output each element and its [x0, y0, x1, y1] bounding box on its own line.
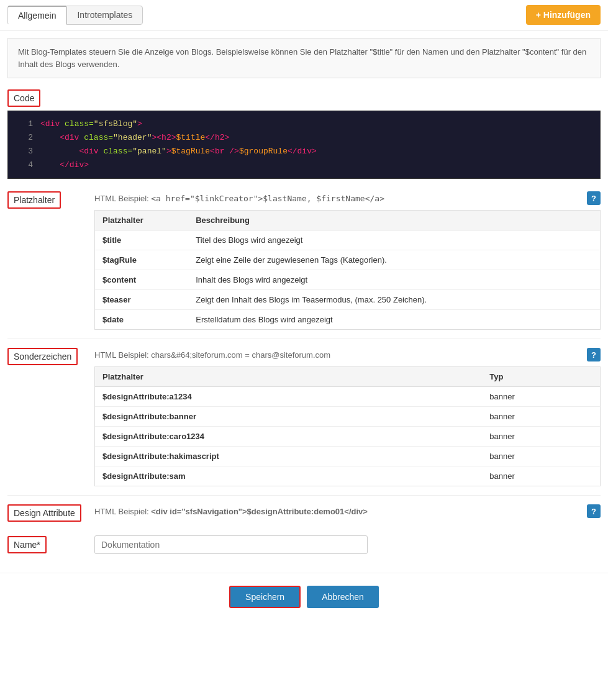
description-cell: Inhalt des Blogs wird angezeigt [188, 270, 600, 290]
description-cell: Zeigt eine Zeile der zugewiesenen Tags (… [188, 250, 600, 270]
divider-2 [7, 495, 601, 496]
type-cell: banner [482, 407, 600, 427]
save-button[interactable]: Speichern [229, 586, 301, 608]
beschreibung-col-header: Beschreibung [188, 211, 600, 230]
placeholder-cell: $content [95, 270, 188, 290]
line-content-1: <div class="sfsBlog"> [40, 117, 142, 131]
description-cell: Erstelldatum des Blogs wird angezeigt [188, 310, 600, 330]
placeholder-cell: $designAttribute:caro1234 [95, 427, 482, 447]
footer-buttons: Speichern Abbrechen [0, 573, 608, 620]
description-cell: Zeigt den Inhalt des Blogs im Teasermodu… [188, 290, 600, 310]
name-field-row: Name* [0, 529, 608, 560]
sonderzeichen-label: Sonderzeichen [7, 348, 78, 365]
placeholder-cell: $teaser [95, 290, 188, 310]
design-attribute-label-wrap: Design Attribute [7, 504, 94, 522]
sonderzeichen-section: Sonderzeichen HTML Beispiel: chars&#64;s… [0, 342, 608, 493]
info-box: Mit Blog-Templates steuern Sie die Anzei… [7, 38, 601, 78]
placeholder-cell: $designAttribute:a1234 [95, 387, 482, 407]
design-attribute-content: HTML Beispiel: <div id="sfsNavigation">$… [94, 504, 601, 523]
name-label: Name* [7, 536, 47, 553]
platzhalter-content: HTML Beispiel: <a href="$linkCreator">$l… [94, 191, 601, 330]
divider-1 [7, 339, 601, 339]
line-content-3: <div class="panel">$tagRule<br />$groupR… [40, 145, 317, 158]
platzhalter-table: Platzhalter Beschreibung $titleTitel des… [95, 211, 600, 329]
add-button[interactable]: Hinzufügen [526, 5, 601, 25]
platzhalter-table-header: Platzhalter Beschreibung [95, 211, 600, 230]
line-num-3: 3 [14, 145, 33, 158]
description-cell: Titel des Blogs wird angezeigt [188, 230, 600, 250]
tab-allgemein[interactable]: Allgemein [7, 6, 66, 25]
sonderzeichen-table-header: Platzhalter Typ [95, 367, 600, 387]
sonderzeichen-content: HTML Beispiel: chars&#64;siteforum.com =… [94, 348, 601, 486]
name-label-wrap: Name* [7, 536, 94, 553]
tab-introtemplates[interactable]: Introtemplates [66, 6, 143, 25]
sonderzeichen-placeholder-header: Platzhalter [95, 367, 482, 387]
sonderzeichen-table: Platzhalter Typ $designAttribute:a1234ba… [95, 367, 600, 486]
placeholder-cell: $designAttribute:banner [95, 407, 482, 427]
type-cell: banner [482, 427, 600, 447]
platzhalter-label-wrap: Platzhalter [7, 191, 94, 209]
design-attribute-example-text: HTML Beispiel: <div id="sfsNavigation">$… [94, 507, 368, 516]
table-row: $titleTitel des Blogs wird angezeigt [95, 230, 600, 250]
design-attribute-html-example: HTML Beispiel: <div id="sfsNavigation">$… [94, 504, 601, 518]
placeholder-cell: $designAttribute:hakimascript [95, 447, 482, 466]
code-line-3: 3 <div class="panel">$tagRule<br />$grou… [8, 145, 600, 158]
sonderzeichen-label-wrap: Sonderzeichen [7, 348, 94, 365]
platzhalter-example-text: HTML Beispiel: <a href="$linkCreator">$l… [94, 194, 384, 203]
table-row: $tagRuleZeigt eine Zeile der zugewiesene… [95, 250, 600, 270]
line-content-2: <div class="header"><h2>$title</h2> [40, 131, 229, 145]
table-row: $designAttribute:hakimascriptbanner [95, 447, 600, 466]
platzhalter-section: Platzhalter HTML Beispiel: <a href="$lin… [0, 185, 608, 336]
code-line-2: 2 <div class="header"><h2>$title</h2> [8, 131, 600, 145]
table-row: $designAttribute:sambanner [95, 466, 600, 486]
platzhalter-html-example: HTML Beispiel: <a href="$linkCreator">$l… [94, 191, 601, 205]
table-row: $designAttribute:bannerbanner [95, 407, 600, 427]
code-section: Code 1 <div class="sfsBlog"> 2 <div clas… [7, 86, 601, 179]
design-attribute-label: Design Attribute [7, 504, 81, 522]
code-editor[interactable]: 1 <div class="sfsBlog"> 2 <div class="he… [7, 111, 601, 179]
line-num-4: 4 [14, 158, 33, 172]
table-row: $designAttribute:a1234banner [95, 387, 600, 407]
line-num-1: 1 [14, 117, 33, 131]
table-row: $dateErstelldatum des Blogs wird angezei… [95, 310, 600, 330]
design-attribute-help-icon[interactable]: ? [587, 504, 601, 518]
placeholder-cell: $date [95, 310, 188, 330]
sonderzeichen-typ-header: Typ [482, 367, 600, 387]
name-input[interactable] [94, 535, 368, 554]
line-content-4: </div> [40, 158, 89, 172]
table-row: $contentInhalt des Blogs wird angezeigt [95, 270, 600, 290]
sonderzeichen-table-scroll[interactable]: Platzhalter Typ $designAttribute:a1234ba… [94, 366, 601, 486]
tabs-header: Allgemein Introtemplates Hinzufügen [0, 0, 608, 30]
placeholder-cell: $title [95, 230, 188, 250]
line-num-2: 2 [14, 131, 33, 145]
type-cell: banner [482, 466, 600, 486]
platzhalter-table-scroll[interactable]: Platzhalter Beschreibung $titleTitel des… [94, 210, 601, 330]
code-line-1: 1 <div class="sfsBlog"> [8, 117, 600, 131]
placeholder-cell: $tagRule [95, 250, 188, 270]
type-cell: banner [482, 387, 600, 407]
table-row: $designAttribute:caro1234banner [95, 427, 600, 447]
design-attribute-section: Design Attribute HTML Beispiel: <div id=… [0, 498, 608, 529]
platzhalter-col-header: Platzhalter [95, 211, 188, 230]
sonderzeichen-example-text: HTML Beispiel: chars&#64;siteforum.com =… [94, 350, 330, 360]
type-cell: banner [482, 447, 600, 466]
table-row: $teaserZeigt den Inhalt des Blogs im Tea… [95, 290, 600, 310]
cancel-button[interactable]: Abbrechen [307, 586, 379, 608]
code-line-4: 4 </div> [8, 158, 600, 172]
code-label: Code [7, 89, 40, 107]
placeholder-cell: $designAttribute:sam [95, 466, 482, 486]
sonderzeichen-html-example: HTML Beispiel: chars&#64;siteforum.com =… [94, 348, 601, 361]
name-input-wrap [94, 535, 368, 554]
platzhalter-help-icon[interactable]: ? [587, 191, 601, 205]
sonderzeichen-help-icon[interactable]: ? [587, 348, 601, 361]
platzhalter-label: Platzhalter [7, 191, 61, 209]
tabs-left: Allgemein Introtemplates [7, 6, 143, 25]
